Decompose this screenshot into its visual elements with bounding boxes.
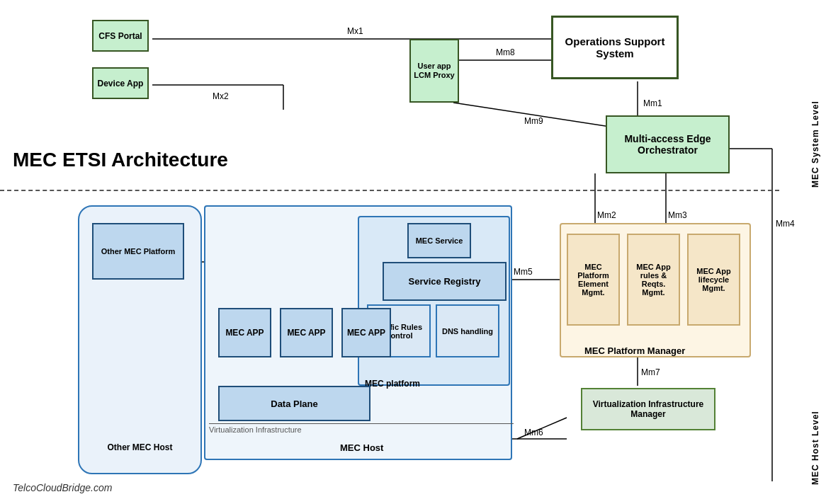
mm6-label: Mm6 <box>524 428 543 437</box>
watermark: TelcoCloudBridge.com <box>13 482 112 493</box>
main-title: MEC ETSI Architecture <box>13 149 228 171</box>
mm2-label: Mm2 <box>597 210 616 220</box>
mm7-label: Mm7 <box>641 367 660 377</box>
mm5-label: Mm5 <box>514 267 533 277</box>
mm8-label: Mm8 <box>496 47 515 57</box>
mm1-label: Mm1 <box>643 98 662 108</box>
other-mec-platform-box: Other MEC Platform <box>92 223 184 280</box>
system-host-divider <box>0 190 779 191</box>
mec-platform-manager-label: MEC Platform Manager <box>584 345 685 356</box>
mec-host-label: MEC Host <box>340 442 383 453</box>
system-level-label: MEC System Level <box>810 11 820 188</box>
cfs-portal-box: CFS Portal <box>92 20 149 52</box>
diagram: Mx1 Mx2 Mm8 Mm9 Mm1 Mm2 Mm3 Mm4 Mm5 Mp3 <box>0 0 826 504</box>
virt-infra-label: Virtualization Infrastructure <box>209 423 514 434</box>
mec-platform-element-mgmt-box: MEC Platform Element Mgmt. <box>567 234 620 326</box>
user-app-lcm-box: User app LCM Proxy <box>409 39 459 103</box>
mec-app3-box: MEC APP <box>341 308 391 357</box>
mec-app-rules-box: MEC App rules & Reqts. Mgmt. <box>627 234 680 326</box>
device-app-box: Device App <box>92 67 149 99</box>
data-plane-box: Data Plane <box>218 386 370 421</box>
service-registry-box: Service Registry <box>383 262 507 301</box>
mm4-label: Mm4 <box>776 219 795 229</box>
dns-handling-box: DNS handling <box>436 304 499 357</box>
host-level-label: MEC Host Level <box>810 202 820 485</box>
orchestrator-box: Multi-access Edge Orchestrator <box>606 115 730 173</box>
mx2-label: Mx2 <box>213 91 229 101</box>
virt-infra-manager-box: Virtualization Infrastructure Manager <box>581 388 715 430</box>
mec-service-box: MEC Service <box>407 223 471 258</box>
mec-app2-box: MEC APP <box>280 308 333 357</box>
oss-box: Operations Support System <box>551 16 679 79</box>
other-mec-host-label: Other MEC Host <box>99 442 181 452</box>
mec-platform-label: MEC platform <box>365 379 420 389</box>
mx1-label: Mx1 <box>347 26 363 36</box>
mm9-label: Mm9 <box>524 116 543 126</box>
mm3-label: Mm3 <box>668 210 687 220</box>
svg-line-18 <box>517 418 567 439</box>
mec-app-lifecycle-box: MEC App lifecycle Mgmt. <box>687 234 740 326</box>
mec-app1-box: MEC APP <box>218 308 271 357</box>
